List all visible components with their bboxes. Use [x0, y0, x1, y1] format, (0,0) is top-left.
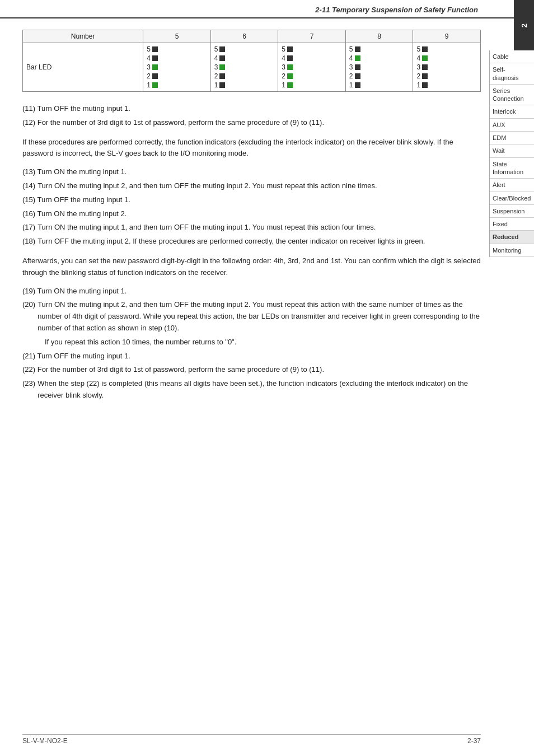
right-nav-item-state-information[interactable]: State Information [490, 158, 534, 179]
led-8-3 [355, 64, 360, 70]
chapter-tab: 2 [514, 0, 534, 50]
page-title-bold: 2-11 [315, 6, 330, 14]
led-5-1-label: 1 [147, 81, 151, 89]
led-6-5 [219, 46, 225, 52]
step-12-text: (12) For the number of 3rd digit to 1st … [22, 117, 481, 129]
step-20-text: Turn ON the muting input 2, and then tur… [38, 299, 481, 334]
page-title-text: Temporary Suspension of Safety Function [330, 6, 478, 14]
led-7-3 [287, 64, 293, 70]
step-14-text: Turn ON the muting input 2, and then tur… [38, 180, 481, 192]
step-13: (13) Turn ON the muting input 1. [22, 166, 481, 178]
led-9-3 [422, 64, 428, 70]
step-22-text: (22) For the number of 3rd digit to 1st … [22, 364, 481, 376]
step-19-text: (19) Turn ON the muting input 1. [22, 286, 481, 297]
led-9-5 [422, 46, 428, 52]
right-nav-item-reduced[interactable]: Reduced [490, 231, 534, 244]
step-21-text: (21) Turn OFF the muting input 1. [22, 351, 481, 362]
step-14-num: (14) [22, 180, 35, 192]
right-nav-item-clear-blocked[interactable]: Clear/Blocked [490, 192, 534, 205]
led-9-2 [422, 73, 428, 79]
led-6-4 [219, 55, 225, 61]
led-5-2-label: 2 [147, 72, 151, 80]
step-21: (21) Turn OFF the muting input 1. [22, 351, 481, 362]
led-5-4-label: 4 [147, 54, 151, 62]
step-20: (20) Turn ON the muting input 2, and the… [22, 299, 481, 334]
table-col-7: 7 [278, 30, 346, 43]
led-8-2 [355, 73, 360, 79]
right-nav-item-fixed[interactable]: Fixed [490, 218, 534, 231]
right-nav-item-edm[interactable]: EDM [490, 132, 534, 144]
right-nav-item-aux[interactable]: AUX [490, 119, 534, 132]
main-content: Number 5 6 7 8 9 Bar LED 5 4 3 2 1 [22, 18, 481, 402]
led-6-2 [219, 73, 225, 79]
table-col-9: 9 [413, 30, 481, 43]
led-5-1 [152, 82, 158, 88]
led-9-1 [422, 82, 428, 88]
led-6-1 [219, 82, 225, 88]
led-5-5 [152, 46, 158, 52]
step-11: (11) Turn OFF the muting input 1. [22, 103, 481, 115]
step-12: (12) For the number of 3rd digit to 1st … [22, 117, 481, 129]
led-7-5 [287, 46, 293, 52]
led-7-1 [287, 82, 293, 88]
table-col-8: 8 [345, 30, 413, 43]
step-23-num: (23) [22, 378, 35, 402]
step-15-text: (15) Turn OFF the muting input 1. [22, 194, 481, 206]
step-13-text: (13) Turn ON the muting input 1. [22, 166, 481, 178]
step-23: (23) When the step (22) is completed (th… [22, 378, 481, 402]
led-5-5-label: 5 [147, 45, 151, 53]
page-header: 2-11 Temporary Suspension of Safety Func… [0, 0, 534, 18]
table-row-label: Bar LED [23, 43, 143, 92]
para-1: If these procedures are performed correc… [22, 137, 481, 160]
table-col-6: 6 [210, 30, 278, 43]
right-nav-item-self-diagnosis[interactable]: Self-diagnosis [490, 63, 534, 85]
led-5-4 [152, 55, 158, 61]
right-nav-item-monitoring[interactable]: Monitoring [490, 244, 534, 257]
step-20-num: (20) [22, 299, 35, 334]
page-footer: SL-V-M-NO2-E 2-37 [22, 734, 481, 745]
para-2: Afterwards, you can set the new password… [22, 255, 481, 279]
right-nav: CableSelf-diagnosisSeries ConnectionInte… [489, 50, 534, 257]
led-table: Number 5 6 7 8 9 Bar LED 5 4 3 2 1 [22, 30, 481, 92]
led-8-1 [355, 82, 360, 88]
step-19: (19) Turn ON the muting input 1. [22, 286, 481, 297]
step-18-num: (18) [22, 236, 35, 248]
step-18-text: Turn OFF the muting input 2. If these pr… [38, 236, 481, 248]
led-col-8: 5 4 3 2 1 [345, 43, 413, 92]
right-nav-item-suspension[interactable]: Suspension [490, 205, 534, 218]
right-nav-item-cable[interactable]: Cable [490, 50, 534, 63]
led-col-7: 5 4 3 2 1 [278, 43, 346, 92]
step-15: (15) Turn OFF the muting input 1. [22, 194, 481, 206]
right-nav-item-wait[interactable]: Wait [490, 144, 534, 157]
step-17: (17) Turn ON the muting input 1, and the… [22, 222, 481, 234]
led-5-2 [152, 73, 158, 79]
table-col-5: 5 [143, 30, 211, 43]
led-7-4 [287, 55, 293, 61]
led-col-5: 5 4 3 2 1 [143, 43, 211, 92]
step-17-text: Turn ON the muting input 1, and then tur… [38, 222, 481, 234]
led-6-3 [219, 64, 225, 70]
right-nav-item-interlock[interactable]: Interlock [490, 105, 534, 118]
footer-left: SL-V-M-NO2-E [22, 737, 68, 745]
right-nav-item-alert[interactable]: Alert [490, 179, 534, 192]
led-8-5 [355, 46, 360, 52]
led-9-4 [422, 55, 428, 61]
step-18: (18) Turn OFF the muting input 2. If the… [22, 236, 481, 248]
step-17-num: (17) [22, 222, 35, 234]
step-20-sub: If you repeat this action 10 times, the … [45, 337, 481, 348]
table-header-number: Number [23, 30, 143, 43]
led-col-6: 5 4 3 2 1 [210, 43, 278, 92]
page-title: 2-11 Temporary Suspension of Safety Func… [315, 6, 478, 14]
right-nav-item-series-connection[interactable]: Series Connection [490, 85, 534, 106]
step-14: (14) Turn ON the muting input 2, and the… [22, 180, 481, 192]
led-col-9: 5 4 3 2 1 [413, 43, 481, 92]
led-8-4 [355, 55, 360, 61]
step-22: (22) For the number of 3rd digit to 1st … [22, 364, 481, 376]
led-5-3-label: 3 [147, 63, 151, 71]
chapter-number: 2 [520, 23, 528, 27]
footer-right: 2-37 [467, 737, 481, 745]
step-11-text: (11) Turn OFF the muting input 1. [22, 103, 481, 115]
led-5-3 [152, 64, 158, 70]
led-7-2 [287, 73, 293, 79]
step-23-text: When the step (22) is completed (this me… [38, 378, 481, 402]
